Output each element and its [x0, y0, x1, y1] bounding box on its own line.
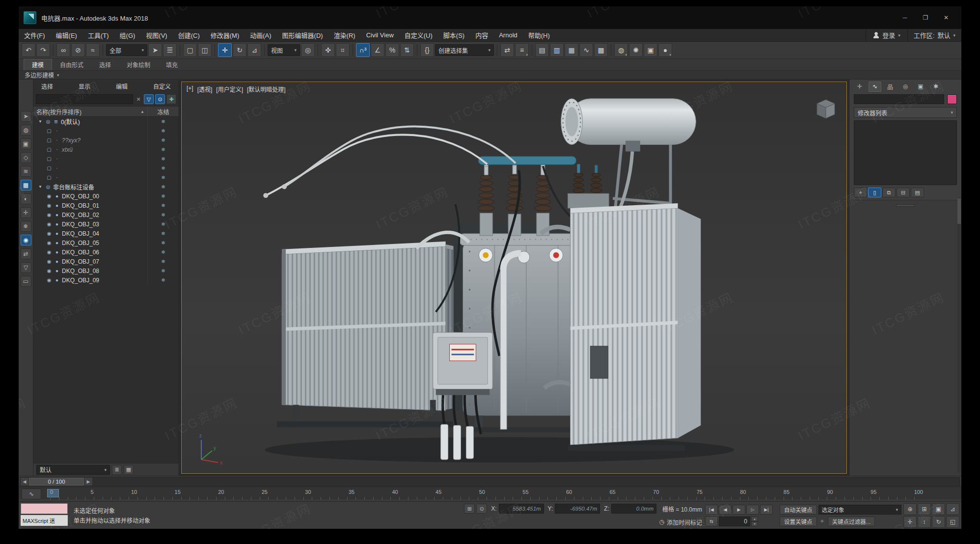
explorer-folder-button[interactable]: ▭ [21, 276, 31, 287]
tree-row[interactable]: ◉●DKQ_OBJ_00❄ [33, 191, 179, 201]
edit-named-selection-sets-button[interactable]: {} [420, 43, 434, 57]
freeze-toggle-icon[interactable]: ❄ [147, 257, 179, 266]
go-to-end-button[interactable]: ▶| [760, 505, 773, 515]
maxscript-mini-listener[interactable]: MAXScript 迷 [19, 502, 68, 529]
explorer-frozen-toggle[interactable]: ❄ [21, 221, 31, 232]
freeze-toggle-icon[interactable]: ❄ [147, 275, 179, 285]
explorer-lights-filter[interactable]: ◍ [21, 125, 31, 136]
explorer-shapes-filter[interactable]: ≋ [21, 166, 31, 177]
scrollbar-thumb[interactable] [957, 198, 961, 224]
mini-listener-label[interactable]: MAXScript 迷 [21, 515, 68, 526]
menu-item[interactable]: 修改器(M) [205, 29, 245, 41]
track-bar[interactable]: ∿ 05101520253035404550556065707580859095… [19, 487, 961, 501]
tree-row[interactable]: ◉●DKQ_OBJ_06❄ [33, 247, 179, 257]
menu-item[interactable]: 渲染(R) [328, 29, 361, 41]
select-and-move-button[interactable]: ✛ [218, 43, 232, 57]
angle-snap-toggle-button[interactable]: ∠ [371, 43, 384, 57]
freeze-toggle-icon[interactable]: ❄ [147, 145, 179, 154]
minimize-button[interactable]: ─ [895, 10, 915, 25]
menu-item[interactable]: 帮助(H) [523, 29, 555, 41]
workspace-dropdown[interactable]: 工作区: 默认 ▾ [907, 29, 961, 41]
ribbon-tab[interactable]: 建模 [24, 59, 52, 70]
select-and-manipulate-button[interactable]: ✜ [321, 43, 335, 57]
schematic-view-button[interactable]: ▩ [594, 43, 608, 57]
menu-item[interactable]: 编辑(E) [51, 29, 82, 41]
expander-icon[interactable]: ▼ [38, 119, 43, 124]
unlink-selection-button[interactable]: ⊘ [71, 43, 85, 57]
walk-through-button[interactable]: ↕ [918, 516, 931, 528]
freeze-toggle-icon[interactable]: ❄ [147, 136, 179, 145]
menu-item[interactable]: Civil View [361, 29, 399, 41]
key-mode-toggle-button[interactable]: ⇆ [705, 517, 718, 526]
ribbon-tab[interactable]: 自由形式 [52, 59, 91, 70]
tree-row[interactable]: ▢·??xyx?❄ [33, 136, 179, 145]
tree-row[interactable]: ◉●DKQ_OBJ_01❄ [33, 201, 179, 210]
render-production-button[interactable]: ●▾ [658, 43, 672, 57]
object-color-swatch[interactable] [947, 94, 957, 104]
bind-to-space-warp-button[interactable]: ≈ [86, 43, 100, 57]
named-selection-sets-dropdown[interactable]: 创建选择集▾ [435, 44, 494, 56]
spin-up-icon[interactable]: ▴ [751, 517, 758, 521]
tree-row[interactable]: ▢·❄ [33, 173, 179, 182]
window-crossing-toggle-button[interactable]: ◫ [198, 43, 212, 57]
keyboard-shortcut-override-button[interactable]: ⌗ [336, 43, 350, 57]
explorer-geometry-filter[interactable]: ▦ [21, 180, 31, 190]
menu-item[interactable]: Arnold [493, 29, 523, 41]
tree-row[interactable]: ◉●DKQ_OBJ_07❄ [33, 257, 179, 266]
add-time-tag[interactable]: ◷ 添加时间标记 [659, 518, 703, 526]
explorer-menu-item[interactable]: 编辑 [116, 82, 128, 90]
explorer-hidden-toggle[interactable]: ◉ [21, 235, 31, 245]
explorer-helpers-filter[interactable]: ◇ [21, 152, 31, 163]
time-slider-track[interactable]: ◀ 0 / 100 ▶ [20, 477, 960, 486]
undo-button[interactable]: ↶ [22, 43, 35, 57]
percent-snap-toggle-button[interactable]: % [385, 43, 399, 57]
utilities-tab[interactable]: ✱ [929, 82, 942, 92]
tree-row[interactable]: ◉●DKQ_OBJ_03❄ [33, 219, 179, 229]
explorer-filter-button[interactable]: ▽ [21, 262, 31, 273]
layers-list-button[interactable]: ≣ [112, 465, 122, 475]
search-input[interactable] [36, 94, 133, 104]
select-and-scale-button[interactable]: ⊿ [247, 43, 261, 57]
select-and-rotate-button[interactable]: ↻ [233, 43, 246, 57]
freeze-toggle-icon[interactable]: ❄ [147, 238, 179, 247]
motion-tab[interactable]: ◎ [899, 82, 912, 92]
redo-button[interactable]: ↷ [36, 43, 50, 57]
tree-row[interactable]: ◉●DKQ_OBJ_09❄ [33, 275, 179, 285]
menu-item[interactable]: 视图(V) [140, 29, 172, 41]
frame-spinner[interactable]: ▴ ▾ [751, 517, 758, 526]
tree-row[interactable]: ▢·❄ [33, 154, 179, 163]
clear-search-icon[interactable]: ✕ [135, 96, 142, 103]
toggle-layer-explorer-button[interactable]: ▥ [550, 43, 564, 57]
play-animation-button[interactable]: ▶ [733, 505, 745, 515]
explorer-menu-item[interactable]: 自定义 [153, 82, 171, 90]
tree-row[interactable]: ▢·xtxü❄ [33, 145, 179, 154]
rectangular-selection-region-button[interactable]: ▢ [183, 43, 197, 57]
maximize-viewport-button[interactable]: ◱ [946, 516, 959, 528]
snaps-toggle-3d-button[interactable]: ∩³ [356, 43, 370, 57]
modifier-stack[interactable] [854, 120, 957, 185]
perspective-viewport[interactable]: [+][透视][用户定义][默认明暗处理] [181, 82, 847, 474]
freeze-toggle-icon[interactable]: ❄ [147, 163, 179, 173]
current-frame-field[interactable]: 0 [719, 517, 750, 526]
explorer-column-header[interactable]: 名称(按升序排序) ▲ 冻结 [33, 106, 179, 117]
toggle-scene-explorer-button[interactable]: ▤ [535, 43, 549, 57]
make-unique-button[interactable]: ⧉ [882, 188, 896, 197]
lock-explorer-button[interactable]: ⊙ [155, 94, 165, 104]
menu-item[interactable]: 脚本(S) [438, 29, 470, 41]
freeze-toggle-icon[interactable]: ❄ [147, 126, 179, 136]
transformer-3d-model[interactable] [182, 82, 846, 473]
set-key-button[interactable]: 设置关键点 [780, 517, 817, 526]
previous-frame-arrow[interactable]: ◀ [21, 478, 29, 486]
go-to-start-button[interactable]: |◀ [705, 505, 718, 515]
spinner-snap-toggle-button[interactable]: ⇅ [400, 43, 414, 57]
use-pivot-point-center-button[interactable]: ◎ [301, 43, 315, 57]
next-frame-button[interactable]: ▷ [746, 505, 759, 515]
command-panel-scrollbar[interactable] [957, 197, 961, 473]
modifier-list-dropdown[interactable]: 修改器列表 ▾ [854, 107, 957, 118]
viewport-camera-menu[interactable]: [用户定义] [216, 85, 243, 93]
viewport-pov-menu[interactable]: [透视] [197, 85, 213, 93]
explorer-sync-toggle[interactable]: ⇄ [21, 248, 31, 259]
menu-item[interactable]: 内容 [470, 29, 493, 41]
frozen-column-header[interactable]: 冻结 [147, 108, 179, 116]
filter-funnel-button[interactable]: ▽ [144, 94, 154, 104]
